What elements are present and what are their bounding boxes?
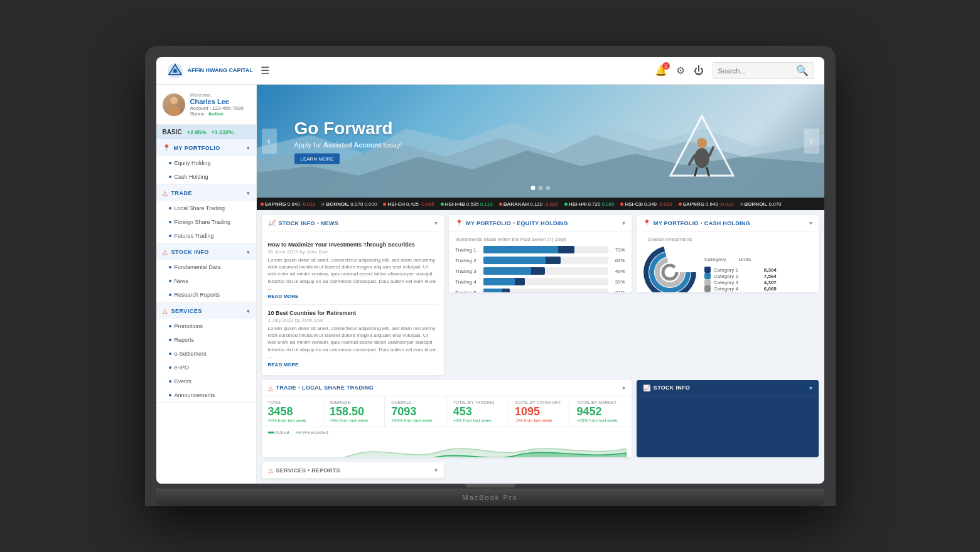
trade-panel: △ TRADE • LOCAL SHARE TRADING ▾ Total 34…: [262, 380, 632, 457]
status-badge: Active: [208, 111, 223, 117]
panel-expand-equity[interactable]: ▾: [622, 220, 625, 226]
sidebar-item-reports[interactable]: Reports: [156, 333, 256, 347]
panel-expand-cash[interactable]: ▾: [809, 220, 812, 226]
panel-expand-news[interactable]: ▾: [434, 220, 438, 226]
area-chart-svg: [267, 439, 627, 457]
hero-prev-button[interactable]: ‹: [262, 129, 277, 154]
sidebar-item-futures[interactable]: Futures Trading: [156, 229, 256, 243]
ticker-dot: [261, 203, 264, 206]
stock-icon: △: [163, 248, 168, 255]
svg-line-13: [689, 156, 694, 164]
news-read-more[interactable]: READ MORE: [268, 294, 438, 299]
bar-track: [483, 267, 608, 275]
hero-title: Go Forward: [294, 119, 402, 139]
bar-row: Trading 5 21%: [455, 289, 625, 292]
ticker-dot: [564, 203, 568, 206]
stat-change: +3% from last week: [330, 418, 378, 423]
panel-expand-services-reports[interactable]: ▾: [434, 467, 438, 474]
sidebar-item-local-share[interactable]: Local Share Trading: [156, 201, 256, 215]
ticker-item-1: SAPNRG 0.640 -0.010: [261, 201, 316, 207]
stat-change: +6% from last week: [268, 418, 316, 423]
hero-cta-button[interactable]: LEARN MORE: [294, 154, 340, 164]
hero-dot-2[interactable]: [538, 186, 542, 190]
stat-value: 453: [453, 406, 502, 417]
sidebar-item-esettlement[interactable]: e-Settlement: [156, 347, 256, 361]
search-bar[interactable]: 🔍: [713, 62, 814, 79]
cash-holding-panel: 📍 MY PORTFOLIO • CASH HOLDING ▾: [637, 215, 819, 292]
stat-change: -2% from last week: [515, 418, 563, 423]
hero-next-button[interactable]: ›: [804, 129, 819, 154]
svg-line-15: [695, 168, 697, 176]
portfolio-icon: 📍: [163, 144, 170, 151]
main-content: Welcome, Charles Lee Account : 123-456-7…: [156, 85, 824, 484]
sidebar-item-events[interactable]: Events: [156, 374, 256, 388]
stat-box: Overall 7093 +56% from last week: [385, 396, 446, 427]
hero-person: [667, 113, 736, 188]
stat-box: Total by Category 1095 -2% from last wee…: [509, 396, 570, 427]
ticker-dot: [679, 203, 682, 206]
cash-holding-body: Overall Investments: [637, 231, 819, 292]
bar-row: Trading 2 62%: [455, 257, 625, 264]
legend-color-dot: [704, 292, 711, 292]
sidebar-item-fundamental[interactable]: Fundamental Data: [156, 260, 256, 274]
account-type: BASIC: [163, 129, 182, 135]
stat-value: 158.50: [330, 406, 378, 417]
nav-header-trade[interactable]: △ TRADE ▾: [156, 184, 256, 201]
sidebar-item-eipo[interactable]: e-IPO: [156, 361, 256, 374]
sidebar-item-announcements[interactable]: Announcements: [156, 388, 256, 402]
svg-point-3: [173, 69, 177, 73]
sidebar-item-research[interactable]: Research Reports: [156, 288, 256, 302]
power-icon[interactable]: ⏻: [694, 65, 704, 77]
hero-subtitle: Apply for Assisted Account today!: [294, 141, 402, 149]
legend-color-dot: [704, 279, 711, 285]
bar-track: [483, 257, 608, 264]
chevron-down-services: ▾: [247, 308, 250, 314]
notification-icon[interactable]: 🔔 2: [655, 65, 667, 77]
ticker-dot: [620, 203, 623, 206]
news-item-title: 10 Best Countries for Retirement: [268, 310, 438, 316]
chevron-down-icon: ▾: [247, 145, 250, 151]
sidebar-item-news[interactable]: News: [156, 274, 256, 288]
sidebar-item-promotions[interactable]: Promotions: [156, 319, 256, 333]
sidebar-item-cash-holding[interactable]: Cash Holding: [156, 170, 256, 184]
logo-text-block: Affin Hwang Capital: [188, 68, 253, 74]
stat-value: 9452: [576, 406, 625, 417]
nav-trade: △ TRADE ▾ Local Share Trading Foreign Sh…: [156, 184, 256, 243]
stat-box: Total by Trading 453 +2% from last week: [447, 396, 509, 427]
news-read-more[interactable]: READ MORE: [268, 362, 438, 368]
sidebar-item-foreign-share[interactable]: Foreign Share Trading: [156, 215, 256, 229]
laptop-screen: Affin Hwang Capital ☰ 🔔 2 ⚙ ⏻ 🔍: [156, 57, 824, 484]
ticker-item-6: HSI-H4I 0.720 0.085: [564, 201, 615, 207]
services-reports-header: △ SERVICES • REPORTS ▾: [262, 462, 444, 479]
area-chart: [262, 437, 632, 457]
hero-dot-3[interactable]: [546, 186, 550, 190]
stat-value: 3458: [268, 406, 316, 417]
trade-legend: Actual Forecasted: [262, 427, 632, 437]
trade-stats: Total 3458 +6% from last week Average 15…: [262, 396, 632, 427]
svg-point-12: [694, 148, 709, 168]
ticker-item-2: BORNOIL 0.070 0.000: [321, 201, 377, 207]
stat-box: Average 158.50 +3% from last week: [323, 396, 385, 427]
ticker-item-5: BARAKAH 0.120 -0.025: [499, 201, 558, 207]
settings-icon[interactable]: ⚙: [676, 65, 685, 77]
laptop-notch: [465, 484, 515, 487]
legend-color-dot: [704, 267, 711, 273]
news-item: 10 Best Countries for Retirement 1 July …: [268, 305, 438, 373]
panel-expand-stock-bottom[interactable]: ▾: [809, 385, 812, 391]
bar-chart: Trading 1 73% Trading 2 62% Trading 3 49…: [455, 246, 625, 292]
news-icon: 📈: [268, 220, 276, 226]
search-input[interactable]: [718, 67, 794, 75]
ticker-dot: [383, 203, 386, 206]
hero-dot-1[interactable]: [530, 186, 535, 190]
legend-color-dot: [704, 285, 711, 292]
panel-expand-trade[interactable]: ▾: [622, 385, 625, 391]
bar-track: [483, 289, 608, 292]
menu-icon[interactable]: ☰: [261, 65, 269, 77]
nav-header-portfolio[interactable]: 📍 MY PORTFOLIO ▾: [156, 139, 256, 156]
donut-chart: [642, 244, 698, 292]
nav-header-stock[interactable]: △ STOCK INFO ▾: [156, 243, 256, 260]
sidebar-item-equity-holding[interactable]: Equity Holding: [156, 156, 256, 170]
nav-header-services[interactable]: △ SERVICES ▾: [156, 302, 256, 319]
dashboard: 📍 MY PORTFOLIO • EQUITY HOLDING ▾ Invest…: [257, 210, 824, 484]
services-reports-title: SERVICES • REPORTS: [276, 467, 432, 474]
